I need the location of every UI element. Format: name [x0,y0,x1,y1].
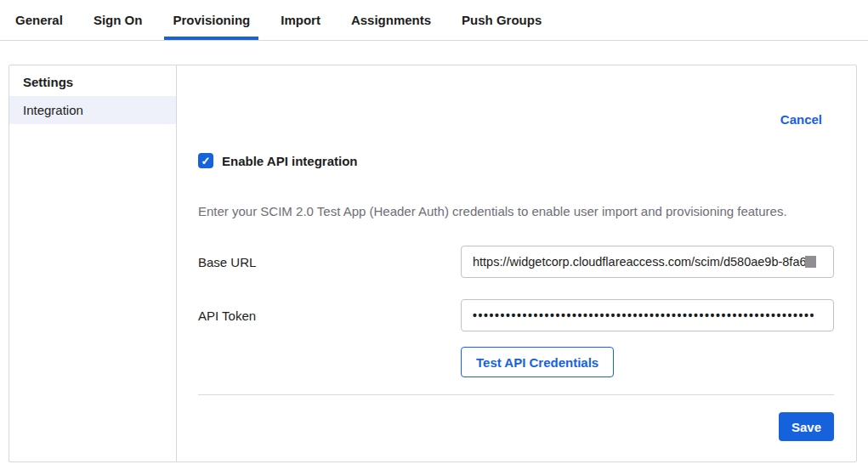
api-token-input[interactable]: ••••••••••••••••••••••••••••••••••••••••… [461,299,834,331]
provisioning-panel: Settings Integration Cancel ✓ Enable API… [9,65,857,462]
tab-general[interactable]: General [7,0,71,40]
test-credentials-row: Test API Credentials [198,347,834,377]
test-api-credentials-button[interactable]: Test API Credentials [461,347,614,377]
cancel-button[interactable]: Cancel [780,112,822,127]
app-tab-bar: General Sign On Provisioning Import Assi… [0,0,868,41]
tab-push-groups[interactable]: Push Groups [453,0,550,40]
enable-api-integration-label: Enable API integration [222,154,357,168]
save-row: Save [198,412,834,441]
enable-api-integration-row: ✓ Enable API integration [198,153,834,168]
integration-settings-content: Cancel ✓ Enable API integration Enter yo… [177,65,856,462]
tab-provisioning[interactable]: Provisioning [164,0,258,40]
text-overflow-marker [805,256,816,268]
sidebar-header: Settings [9,65,176,96]
sidebar-item-integration[interactable]: Integration [9,96,176,124]
api-token-row: API Token ••••••••••••••••••••••••••••••… [198,299,834,331]
api-token-masked-value: ••••••••••••••••••••••••••••••••••••••••… [473,309,815,322]
api-token-label: API Token [198,309,461,323]
settings-sidebar: Settings Integration [9,65,177,462]
enable-api-integration-checkbox[interactable]: ✓ [198,153,213,168]
base-url-input[interactable]: https://widgetcorp.cloudflareaccess.com/… [461,246,834,278]
content-divider [198,394,834,395]
base-url-value: https://widgetcorp.cloudflareaccess.com/… [473,255,807,269]
base-url-row: Base URL https://widgetcorp.cloudflareac… [198,246,834,278]
tab-import[interactable]: Import [272,0,329,40]
tab-assignments[interactable]: Assignments [343,0,440,40]
save-button[interactable]: Save [779,412,834,441]
credentials-description: Enter your SCIM 2.0 Test App (Header Aut… [198,204,834,218]
cancel-row: Cancel [198,65,834,127]
tab-sign-on[interactable]: Sign On [85,0,151,40]
base-url-label: Base URL [198,255,461,269]
